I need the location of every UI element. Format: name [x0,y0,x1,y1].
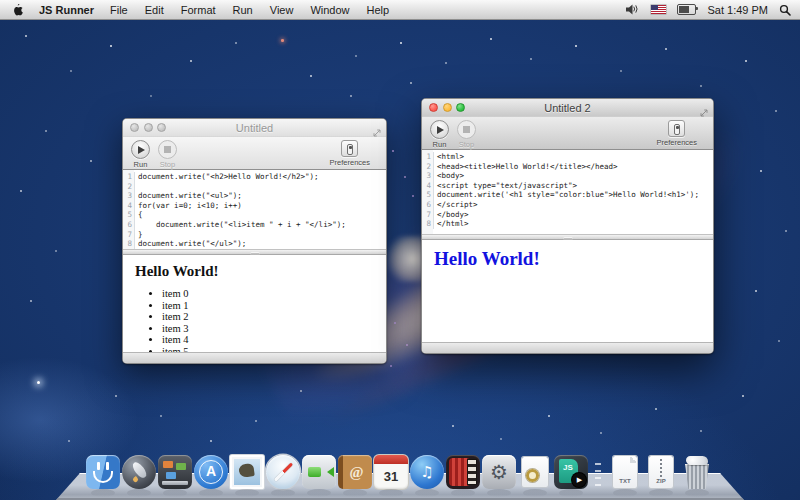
menu-format[interactable]: Format [181,4,216,16]
dock-item-address-book[interactable]: @ [338,455,372,489]
output-panel[interactable]: Hello World! item 0item 1item 2item 3ite… [123,255,386,352]
zip-file-icon: ZIP [644,455,678,489]
battery-icon[interactable] [677,4,696,15]
code-line: 6 document.write("<li>item " + i + "</li… [123,220,386,230]
dock-item-zip-file[interactable]: ZIP [644,455,678,489]
dock-item-finder[interactable] [86,455,120,489]
mission-control-icon [158,455,192,489]
dock-item-js-runner[interactable]: JS [554,455,588,489]
menu-window[interactable]: Window [310,4,349,16]
menu-clock[interactable]: Sat 1:49 PM [707,4,768,16]
code-line: 5document.write('<h1 style="color:blue">… [422,190,713,200]
code-line: 4<script type="text/javascript"> [422,181,713,191]
dock-item-trash[interactable] [680,455,714,489]
js-runner-label: JS [563,463,573,472]
itunes-label: ♫ [410,455,444,489]
dock-item-app-store[interactable] [194,455,228,489]
dock-item-itunes[interactable]: ♫ [410,455,444,489]
dock-item-launchpad[interactable] [122,455,156,489]
code-line: 8document.write("</ul>"); [123,239,386,249]
fullscreen-icon[interactable] [700,103,708,121]
menu-file[interactable]: File [110,4,128,16]
minimize-button[interactable] [443,103,452,112]
menu-list: FileEditFormatRunViewWindowHelp [110,4,389,16]
dock-item-mission-control[interactable] [158,455,192,489]
separator-icon [595,463,601,489]
window-toolbar: Run Stop Preferences [422,117,713,150]
close-button[interactable] [130,123,139,132]
window-title: Untitled [236,122,273,134]
code-line: 7</body> [422,210,713,220]
code-line: 2<head><title>Hello World!</title></head… [422,162,713,172]
dock-item-system-preferences[interactable]: ⚙ [482,455,516,489]
close-button[interactable] [429,103,438,112]
code-line: 1document.write("<h2>Hello World!</h2>")… [123,172,386,182]
code-line: 3document.write("<ul>"); [123,191,386,201]
code-line: 4for(var i=0; i<10; i++) [123,201,386,211]
stop-button[interactable]: Stop [158,140,177,169]
window-untitled: Untitled Run Stop Preferences 1document.… [122,118,387,364]
dock-item-preview[interactable] [518,455,552,489]
dock-item-facetime[interactable] [302,455,336,489]
js-runner-icon: JS [554,455,588,489]
dock-item-safari[interactable] [266,455,300,489]
facetime-icon [302,455,336,489]
fullscreen-icon[interactable] [373,123,381,141]
output-heading: Hello World! [135,263,374,280]
system-preferences-label: ⚙ [482,455,516,489]
address-book-label: @ [338,455,372,489]
window-titlebar[interactable]: Untitled [123,119,386,137]
output-list-item: item 4 [162,334,374,346]
zoom-button[interactable] [157,123,166,132]
wallpaper-red-star [281,39,284,42]
stop-button[interactable]: Stop [457,120,476,149]
splitter-handle[interactable] [422,234,713,240]
code-line: 7} [123,230,386,240]
zoom-button[interactable] [456,103,465,112]
output-panel[interactable]: Hello World! [422,240,713,342]
window-untitled-2: Untitled 2 Run Stop Preferences 1<html>2… [421,98,714,354]
ical-label: 31 [374,455,408,489]
desktop: JS Runner FileEditFormatRunViewWindowHel… [0,0,800,500]
menu-help[interactable]: Help [367,4,390,16]
window-title: Untitled 2 [544,102,590,114]
volume-icon[interactable] [626,4,640,15]
splitter-handle[interactable] [123,249,386,255]
preferences-icon [341,140,358,157]
output-list-item: item 0 [162,288,374,300]
output-list-item: item 1 [162,300,374,312]
stop-icon [164,146,171,153]
dock-item-ical[interactable]: 31 [374,455,408,489]
code-line: 5{ [123,210,386,220]
menu-edit[interactable]: Edit [145,4,164,16]
apple-menu-icon[interactable] [12,3,23,16]
dock-item-mail[interactable] [230,455,264,489]
window-bottom-bar [123,352,386,363]
preferences-button[interactable]: Preferences [657,120,697,147]
stop-icon [463,126,470,133]
photo-booth-icon [446,455,480,489]
minimize-button[interactable] [144,123,153,132]
spotlight-icon[interactable] [779,4,791,16]
dock-item-photo-booth[interactable] [446,455,480,489]
preferences-button[interactable]: Preferences [330,140,370,167]
window-titlebar[interactable]: Untitled 2 [422,99,713,117]
output-list-item: item 2 [162,311,374,323]
window-toolbar: Run Stop Preferences [123,137,386,170]
wallpaper-bright-star [37,381,40,384]
code-editor[interactable]: 1document.write("<h2>Hello World!</h2>")… [123,170,386,249]
run-button[interactable]: Run [430,120,449,149]
app-menu-title[interactable]: JS Runner [39,4,94,16]
finder-icon [86,455,120,489]
menu-run[interactable]: Run [233,4,253,16]
run-button[interactable]: Run [131,140,150,169]
dock-icons: @31♫⚙JSTXTZIP [85,455,715,489]
dock-item-txt-file[interactable]: TXT [608,455,642,489]
txt-file-icon: TXT [608,455,642,489]
input-language-flag-icon[interactable] [651,5,666,14]
trash-icon [680,455,714,489]
code-editor[interactable]: 1<html>2<head><title>Hello World!</title… [422,150,713,234]
window-bottom-bar [422,342,713,353]
code-line: 1<html> [422,152,713,162]
menu-view[interactable]: View [270,4,294,16]
